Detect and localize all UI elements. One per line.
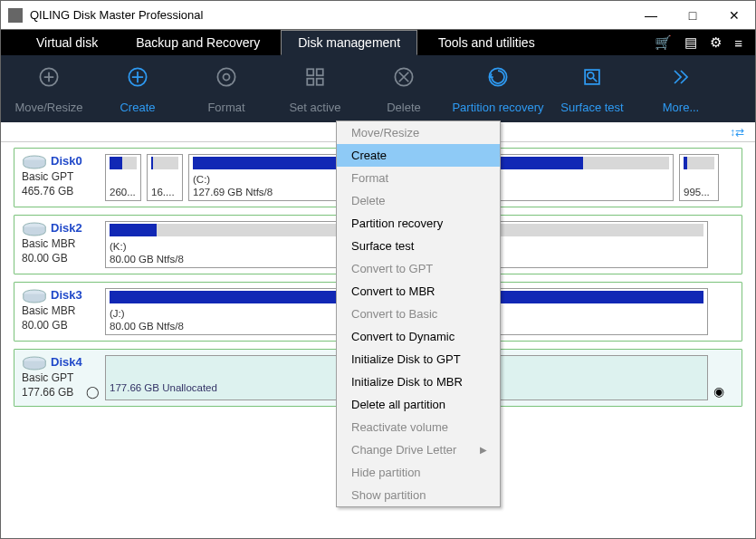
tabstrip-right-icons: 🛒 ▤ ⚙ ≡	[655, 30, 755, 55]
disk-size: 80.00 GB	[22, 318, 100, 332]
primary-tabstrip: Virtual disk Backup and Recovery Disk ma…	[1, 30, 755, 55]
minimize-button[interactable]: —	[630, 1, 672, 29]
disk-icon	[22, 289, 47, 303]
gear-icon[interactable]: ⚙	[710, 34, 722, 51]
app-icon	[8, 8, 23, 23]
disk-selected-radio[interactable]: ◉	[713, 384, 728, 400]
tool-move-resize[interactable]: Move/Resize	[5, 64, 93, 114]
disk-type: Basic MBR	[22, 236, 100, 251]
tab-backup-recovery[interactable]: Backup and Recovery	[119, 30, 277, 55]
tab-tools-utilities[interactable]: Tools and utilities	[421, 30, 552, 55]
tab-virtual-disk[interactable]: Virtual disk	[19, 30, 115, 55]
svg-point-2	[217, 68, 234, 85]
tool-set-active[interactable]: Set active	[271, 64, 359, 114]
tool-format[interactable]: Format	[182, 64, 271, 114]
svg-rect-7	[317, 78, 323, 84]
menu-item: Convert to GPT	[337, 257, 500, 280]
partition-label: 16....	[151, 186, 178, 198]
tab-disk-management[interactable]: Disk management	[281, 30, 417, 55]
menu-item[interactable]: Initialize Disk to MBR	[337, 371, 500, 393]
partition-cell[interactable]: 260...	[105, 154, 141, 201]
svg-rect-6	[307, 78, 313, 84]
disk-info: Disk2Basic MBR80.00 GB	[22, 221, 100, 268]
menu-item[interactable]: Surface test	[337, 235, 500, 257]
disk-radio[interactable]: ◯	[86, 385, 100, 399]
move-resize-icon	[5, 64, 93, 95]
menu-item[interactable]: Partition recovery	[337, 212, 500, 235]
disk-name: Disk2	[51, 221, 82, 235]
more-icon	[636, 64, 725, 95]
menu-item: Delete	[337, 189, 500, 212]
layout-toggle-icon[interactable]: ↕⇄	[730, 126, 744, 139]
menu-item-label: Initialize Disk to GPT	[351, 352, 461, 366]
menu-item[interactable]: Initialize Disk to GPT	[337, 348, 500, 371]
menu-item-label: Delete	[351, 194, 386, 207]
context-menu: Move/ResizeCreateFormatDeletePartition r…	[336, 120, 501, 507]
menu-item: Format	[337, 167, 500, 189]
disk-info: Disk0Basic GPT465.76 GB	[22, 154, 100, 201]
tool-label: More...	[663, 101, 699, 114]
tool-create[interactable]: Create	[93, 64, 182, 114]
set-active-icon	[271, 64, 359, 95]
format-icon	[182, 64, 271, 95]
tab-label: Virtual disk	[36, 35, 98, 50]
list-icon[interactable]: ▤	[684, 34, 697, 51]
close-button[interactable]: ✕	[713, 1, 755, 29]
tool-surface-test[interactable]: Surface test	[548, 64, 636, 114]
svg-point-3	[224, 73, 230, 80]
tool-label: Move/Resize	[14, 101, 82, 114]
tool-label: Set active	[289, 101, 340, 114]
window-title: QILING Disk Master Professional	[30, 8, 630, 22]
menu-item-label: Partition recovery	[351, 217, 443, 230]
tool-label: Create	[120, 101, 155, 114]
menu-item[interactable]: Convert to Dynamic	[337, 325, 500, 348]
svg-point-11	[588, 72, 594, 78]
menu-item[interactable]: Convert to MBR	[337, 280, 500, 303]
menu-item-label: Change Drive Letter	[351, 443, 456, 457]
menu-item: Hide partition	[337, 461, 500, 484]
titlebar: QILING Disk Master Professional — □ ✕	[1, 1, 755, 30]
window-controls: — □ ✕	[630, 1, 755, 29]
menu-item-label: Initialize Disk to MBR	[351, 375, 463, 389]
action-toolbar: Move/Resize Create Format Set active Del…	[1, 55, 755, 122]
partition-cell[interactable]: 16....	[147, 154, 183, 201]
menu-item-label: Delete all partition	[351, 398, 445, 411]
disk-icon	[22, 155, 47, 169]
svg-rect-4	[307, 69, 313, 75]
menu-item-label: Reactivate volume	[351, 420, 448, 434]
disk-name: Disk3	[51, 288, 82, 302]
disk-size: 177.66 GB ◯	[22, 385, 100, 399]
partition-cell[interactable]: 995...	[679, 154, 719, 201]
disk-info: Disk3Basic MBR80.00 GB	[22, 288, 100, 335]
menu-item: Reactivate volume	[337, 416, 500, 438]
menu-item[interactable]: Delete all partition	[337, 393, 500, 416]
disk-icon	[22, 222, 47, 236]
menu-icon[interactable]: ≡	[734, 35, 742, 51]
tool-delete[interactable]: Delete	[359, 64, 448, 114]
svg-rect-5	[317, 69, 323, 75]
disk-name: Disk4	[51, 355, 82, 369]
cart-icon[interactable]: 🛒	[655, 34, 672, 51]
disk-size: 465.76 GB	[22, 184, 100, 198]
surface-test-icon	[548, 64, 636, 95]
menu-item-label: Convert to Dynamic	[351, 330, 455, 343]
submenu-arrow-icon: ▶	[480, 445, 487, 455]
menu-item-label: Hide partition	[351, 466, 421, 479]
tool-more[interactable]: More...	[636, 64, 725, 114]
tab-label: Tools and utilities	[438, 35, 535, 50]
disk-type: Basic GPT	[22, 169, 100, 184]
menu-item[interactable]: Create	[337, 144, 500, 167]
menu-item-label: Create	[351, 149, 387, 162]
disk-type: Basic MBR	[22, 303, 100, 318]
maximize-button[interactable]: □	[672, 1, 713, 29]
tool-label: Partition recovery	[452, 101, 543, 114]
menu-item: Move/Resize	[337, 121, 500, 144]
partition-usage-bar	[110, 157, 137, 169]
tool-partition-recovery[interactable]: Partition recovery	[448, 64, 548, 114]
partition-label: 995...	[684, 186, 714, 198]
disk-icon	[22, 356, 47, 371]
disk-type: Basic GPT	[22, 371, 100, 385]
tool-label: Format	[207, 101, 244, 114]
menu-item-label: Format	[351, 171, 388, 185]
create-icon	[93, 64, 182, 95]
